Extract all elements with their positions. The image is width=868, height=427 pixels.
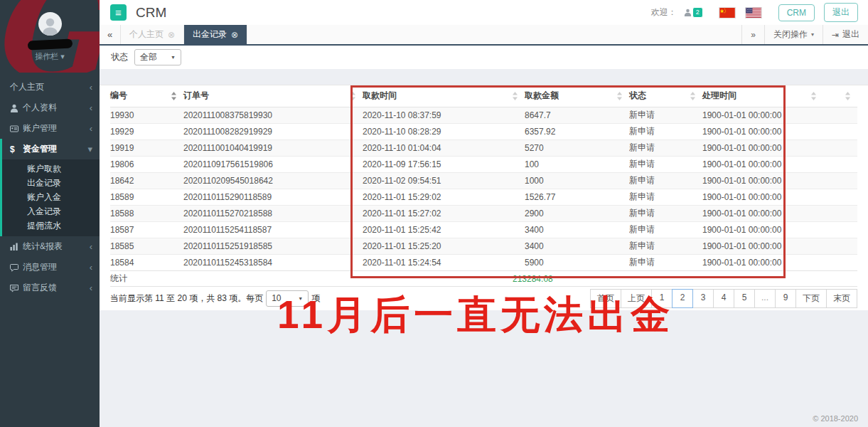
cell-order: 2020110115290118589 <box>183 189 363 205</box>
crm-button[interactable]: CRM <box>778 4 815 21</box>
page-button[interactable]: 上页 <box>621 289 652 308</box>
sidebar-item-profile[interactable]: 个人资料 ‹ <box>0 97 100 118</box>
tab-label: 个人主页 <box>129 28 164 41</box>
page-background: © 2018-2020 <box>100 310 868 427</box>
table-row: 1858720201101152541185872020-11-01 15:25… <box>110 221 857 238</box>
cell-amount: 5270 <box>525 139 629 156</box>
tab-withdraw-records[interactable]: 出金记录 ⊗ <box>184 25 247 44</box>
sidebar-item-stats[interactable]: 统计&报表 ‹ <box>0 236 100 257</box>
page-ellipsis: ... <box>754 289 776 308</box>
table-header: 编号 订单号 取款时间 取款金额 状态 <box>110 85 857 107</box>
sidebar-item-messages[interactable]: 消息管理 ‹ <box>0 257 100 278</box>
cell-status: 新申请 <box>629 221 702 238</box>
page-button[interactable]: 末页 <box>826 289 857 308</box>
tab-exit-button[interactable]: ⇥ 退出 <box>823 25 868 44</box>
tab-personal-home[interactable]: 个人主页 ⊗ <box>121 25 184 44</box>
close-icon[interactable]: ⊗ <box>168 31 175 39</box>
cell-order: 2020110209545018642 <box>183 172 363 189</box>
sidebar-subitem-account-withdraw[interactable]: 账户取款 <box>2 162 100 176</box>
page-button[interactable]: 4 <box>713 289 734 308</box>
cell-extra <box>823 254 857 270</box>
cell-time: 2020-11-01 15:29:02 <box>363 189 525 205</box>
cell-id: 19929 <box>110 123 183 139</box>
cell-time: 2020-11-02 09:54:51 <box>363 172 525 189</box>
chevron-left-icon: ‹ <box>90 103 92 112</box>
sidebar-subitem-withdraw-records[interactable]: 出金记录 <box>2 176 100 190</box>
column-header-id[interactable]: 编号 <box>110 85 183 107</box>
sidebar-subitem-account-deposit[interactable]: 账户入金 <box>2 190 100 204</box>
page-size-select[interactable]: 10 ▼ <box>266 290 309 307</box>
tab-label: 出金记录 <box>193 28 227 41</box>
table-row: 1858420201101152453185842020-11-01 15:24… <box>110 254 857 270</box>
cell-amount: 6357.92 <box>525 123 629 139</box>
sort-icon <box>513 92 518 100</box>
cell-id: 18589 <box>110 189 183 205</box>
cell-extra <box>823 238 857 254</box>
cell-processed: 1900-01-01 00:00:00 <box>702 107 823 123</box>
page-button[interactable]: 下页 <box>795 289 827 308</box>
pagination-info: 当前显示第 11 至 20 项，共 83 项。每页 10 ▼ 项 <box>110 290 320 307</box>
column-label: 编号 <box>110 90 127 102</box>
main-area: ≡ CRM 欢迎： 2 <box>100 0 868 427</box>
china-flag-icon[interactable] <box>719 8 735 18</box>
close-icon[interactable]: ⊗ <box>231 31 238 39</box>
cell-amount: 1526.77 <box>525 189 629 205</box>
user-action-dropdown[interactable]: 操作栏 ▾ <box>0 51 100 62</box>
logout-button[interactable]: 退出 <box>824 3 858 22</box>
page-button[interactable]: 2 <box>672 289 693 308</box>
cell-processed: 1900-01-01 00:00:00 <box>702 172 823 189</box>
cell-amount: 2900 <box>525 205 629 221</box>
column-header-order[interactable]: 订单号 <box>183 85 363 107</box>
sidebar-user-panel: G 操作栏 ▾ <box>0 0 100 73</box>
table-row: 1980620201109175615198062020-11-09 17:56… <box>110 156 857 172</box>
chevron-left-icon: ‹ <box>90 283 92 292</box>
chevron-left-icon: ‹ <box>90 263 92 272</box>
column-header-extra[interactable] <box>823 85 857 107</box>
cell-id: 19930 <box>110 107 183 123</box>
table-row: 1991920201110010404199192020-11-10 01:04… <box>110 139 857 156</box>
cell-id: 19806 <box>110 156 183 172</box>
sidebar-subitem-deposit-records[interactable]: 入金记录 <box>2 204 100 218</box>
column-label: 订单号 <box>183 90 209 102</box>
sidebar-subitem-commission-flow[interactable]: 提佣流水 <box>2 218 100 233</box>
sort-icon <box>690 92 695 100</box>
sidebar-item-feedback[interactable]: 留言反馈 ‹ <box>0 278 100 298</box>
cell-time: 2020-11-01 15:24:54 <box>363 254 525 270</box>
sidebar-item-label: 资金管理 <box>23 143 87 155</box>
cell-processed: 1900-01-01 00:00:00 <box>702 221 823 238</box>
filter-bar: 状态 全部 ▼ <box>100 46 868 69</box>
page-button[interactable]: 9 <box>775 289 796 308</box>
column-header-process-time[interactable]: 处理时间 <box>702 85 823 107</box>
close-operations-dropdown[interactable]: 关闭操作 ▾ <box>764 25 823 44</box>
cell-status: 新申请 <box>629 123 702 139</box>
tab-scroll-right-icon[interactable]: » <box>741 25 764 44</box>
tab-scroll-left-icon[interactable]: « <box>100 25 121 44</box>
cell-status: 新申请 <box>629 238 702 254</box>
sidebar-item-home[interactable]: 个人主页 ‹ <box>0 77 100 97</box>
column-header-status[interactable]: 状态 <box>629 85 702 107</box>
usa-flag-icon[interactable] <box>746 8 761 18</box>
table-row: 1858520201101152519185852020-11-01 15:25… <box>110 238 857 254</box>
column-label: 取款时间 <box>363 90 397 102</box>
page-button[interactable]: 3 <box>692 289 714 308</box>
column-header-amount[interactable]: 取款金额 <box>525 85 629 107</box>
sidebar: G 操作栏 ▾ 个人主页 ‹ 个人资料 ‹ 账 <box>0 0 100 427</box>
status-select-value: 全部 <box>140 51 157 63</box>
page-button[interactable]: 1 <box>651 289 673 308</box>
cell-processed: 1900-01-01 00:00:00 <box>702 139 823 156</box>
hamburger-menu-button[interactable]: ≡ <box>110 4 127 21</box>
cell-processed: 1900-01-01 00:00:00 <box>702 205 823 221</box>
table-row: 1864220201102095450186422020-11-02 09:54… <box>110 172 857 189</box>
column-header-withdraw-time[interactable]: 取款时间 <box>363 85 525 107</box>
status-select[interactable]: 全部 ▼ <box>134 49 181 65</box>
chevron-down-icon: ▾ <box>87 144 92 154</box>
sidebar-item-accounts[interactable]: 账户管理 ‹ <box>0 118 100 139</box>
sidebar-item-funds[interactable]: $ 资金管理 ▾ <box>2 139 100 159</box>
cell-amount: 5900 <box>525 254 629 270</box>
sidebar-item-label: 留言反馈 <box>23 282 90 294</box>
summary-total-value: 213284.08 <box>513 274 553 284</box>
page-button[interactable]: 首页 <box>590 289 621 308</box>
sidebar-item-label: 消息管理 <box>23 261 90 273</box>
cell-order: 2020110115270218588 <box>183 205 363 221</box>
page-button[interactable]: 5 <box>734 289 755 308</box>
